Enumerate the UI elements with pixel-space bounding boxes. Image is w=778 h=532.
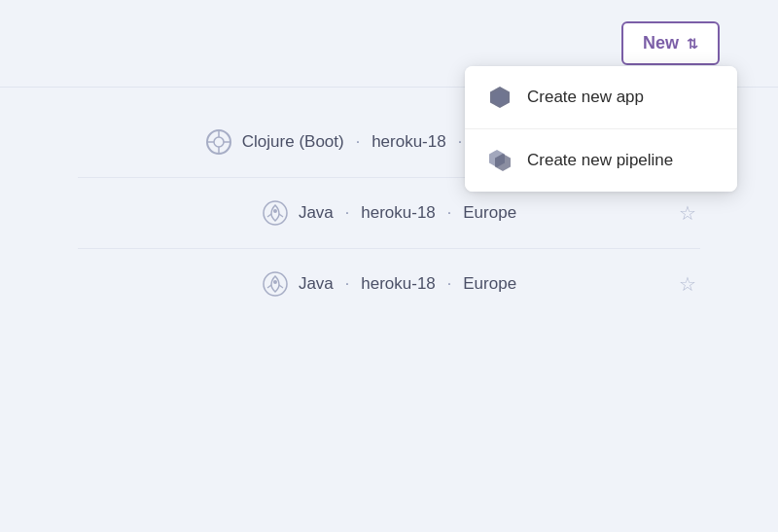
separator: · [447, 275, 451, 293]
item-stack: heroku-18 [361, 274, 436, 294]
create-new-app-label: Create new app [527, 88, 644, 107]
star-button[interactable]: ☆ [675, 197, 700, 229]
pipeline-hex-icon [486, 147, 513, 174]
svg-line-17 [279, 285, 283, 288]
list-item-content: Java · heroku-18 · Europe [262, 270, 516, 298]
item-stack: heroku-18 [371, 132, 446, 152]
item-stack: heroku-18 [361, 203, 436, 223]
page-container: New ⇅ Create new app [0, 0, 778, 532]
separator: · [447, 204, 451, 222]
svg-point-11 [273, 209, 277, 213]
separator: · [345, 204, 349, 222]
item-lang: Java [299, 203, 334, 223]
new-button-label: New [643, 33, 679, 53]
separator: · [356, 133, 360, 151]
app-hex-icon [486, 84, 513, 111]
item-lang: Clojure (Boot) [242, 132, 344, 152]
java-icon [262, 270, 289, 298]
svg-line-13 [279, 214, 283, 217]
clojure-icon [205, 128, 232, 156]
chevron-icon: ⇅ [687, 36, 698, 52]
svg-line-16 [267, 285, 271, 288]
item-lang: Java [299, 274, 334, 294]
create-new-pipeline-item[interactable]: Create new pipeline [465, 129, 737, 192]
svg-point-5 [214, 137, 224, 147]
create-new-pipeline-label: Create new pipeline [527, 151, 673, 170]
new-button[interactable]: New ⇅ [621, 21, 720, 65]
separator: · [345, 275, 349, 293]
svg-point-15 [273, 280, 277, 284]
star-button[interactable]: ☆ [675, 268, 700, 300]
svg-line-12 [267, 214, 271, 217]
separator: · [458, 133, 462, 151]
dropdown-menu: Create new app Create new pipeline [465, 66, 737, 192]
create-new-app-item[interactable]: Create new app [465, 66, 737, 129]
java-icon [262, 199, 289, 227]
item-region: Europe [463, 203, 516, 223]
list-item-content: Java · heroku-18 · Europe [262, 199, 516, 227]
item-region: Europe [463, 274, 516, 294]
list-item: Java · heroku-18 · Europe ☆ [78, 249, 700, 319]
